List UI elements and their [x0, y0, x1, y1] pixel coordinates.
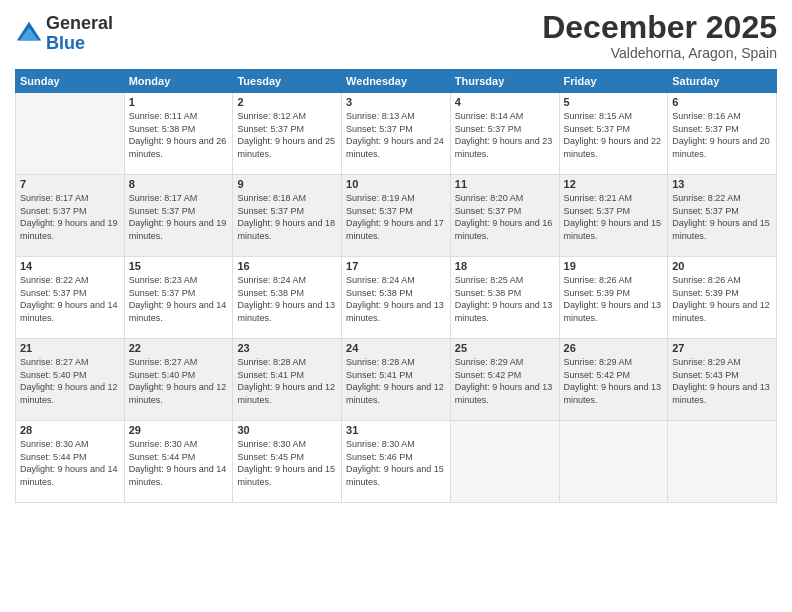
day-info: Sunrise: 8:28 AM Sunset: 5:41 PM Dayligh… — [346, 356, 446, 406]
table-row: 6Sunrise: 8:16 AM Sunset: 5:37 PM Daylig… — [668, 93, 777, 175]
day-number: 18 — [455, 260, 555, 272]
location: Valdehorna, Aragon, Spain — [542, 45, 777, 61]
day-number: 26 — [564, 342, 664, 354]
day-info: Sunrise: 8:22 AM Sunset: 5:37 PM Dayligh… — [20, 274, 120, 324]
day-number: 11 — [455, 178, 555, 190]
day-info: Sunrise: 8:22 AM Sunset: 5:37 PM Dayligh… — [672, 192, 772, 242]
day-number: 12 — [564, 178, 664, 190]
page-container: General Blue December 2025 Valdehorna, A… — [0, 0, 792, 612]
logo: General Blue — [15, 14, 113, 54]
month-year: December 2025 — [542, 10, 777, 45]
table-row — [450, 421, 559, 503]
day-number: 22 — [129, 342, 229, 354]
header-wednesday: Wednesday — [342, 70, 451, 93]
table-row — [559, 421, 668, 503]
table-row: 20Sunrise: 8:26 AM Sunset: 5:39 PM Dayli… — [668, 257, 777, 339]
day-info: Sunrise: 8:27 AM Sunset: 5:40 PM Dayligh… — [129, 356, 229, 406]
header-tuesday: Tuesday — [233, 70, 342, 93]
table-row: 3Sunrise: 8:13 AM Sunset: 5:37 PM Daylig… — [342, 93, 451, 175]
header-monday: Monday — [124, 70, 233, 93]
logo-icon — [15, 20, 43, 48]
calendar-week-row: 28Sunrise: 8:30 AM Sunset: 5:44 PM Dayli… — [16, 421, 777, 503]
day-info: Sunrise: 8:11 AM Sunset: 5:38 PM Dayligh… — [129, 110, 229, 160]
header-sunday: Sunday — [16, 70, 125, 93]
calendar-week-row: 14Sunrise: 8:22 AM Sunset: 5:37 PM Dayli… — [16, 257, 777, 339]
day-info: Sunrise: 8:16 AM Sunset: 5:37 PM Dayligh… — [672, 110, 772, 160]
header-thursday: Thursday — [450, 70, 559, 93]
table-row: 17Sunrise: 8:24 AM Sunset: 5:38 PM Dayli… — [342, 257, 451, 339]
header-saturday: Saturday — [668, 70, 777, 93]
day-number: 10 — [346, 178, 446, 190]
table-row: 13Sunrise: 8:22 AM Sunset: 5:37 PM Dayli… — [668, 175, 777, 257]
day-number: 23 — [237, 342, 337, 354]
calendar-table: Sunday Monday Tuesday Wednesday Thursday… — [15, 69, 777, 503]
day-number: 27 — [672, 342, 772, 354]
logo-text: General Blue — [46, 14, 113, 54]
table-row: 19Sunrise: 8:26 AM Sunset: 5:39 PM Dayli… — [559, 257, 668, 339]
table-row: 11Sunrise: 8:20 AM Sunset: 5:37 PM Dayli… — [450, 175, 559, 257]
day-number: 6 — [672, 96, 772, 108]
header-friday: Friday — [559, 70, 668, 93]
day-number: 5 — [564, 96, 664, 108]
table-row: 18Sunrise: 8:25 AM Sunset: 5:38 PM Dayli… — [450, 257, 559, 339]
day-number: 13 — [672, 178, 772, 190]
table-row: 12Sunrise: 8:21 AM Sunset: 5:37 PM Dayli… — [559, 175, 668, 257]
day-info: Sunrise: 8:29 AM Sunset: 5:42 PM Dayligh… — [455, 356, 555, 406]
day-info: Sunrise: 8:26 AM Sunset: 5:39 PM Dayligh… — [564, 274, 664, 324]
day-info: Sunrise: 8:14 AM Sunset: 5:37 PM Dayligh… — [455, 110, 555, 160]
day-number: 14 — [20, 260, 120, 272]
header: General Blue December 2025 Valdehorna, A… — [15, 10, 777, 61]
calendar-header-row: Sunday Monday Tuesday Wednesday Thursday… — [16, 70, 777, 93]
day-number: 30 — [237, 424, 337, 436]
table-row: 14Sunrise: 8:22 AM Sunset: 5:37 PM Dayli… — [16, 257, 125, 339]
day-info: Sunrise: 8:29 AM Sunset: 5:42 PM Dayligh… — [564, 356, 664, 406]
table-row: 26Sunrise: 8:29 AM Sunset: 5:42 PM Dayli… — [559, 339, 668, 421]
day-number: 28 — [20, 424, 120, 436]
day-info: Sunrise: 8:12 AM Sunset: 5:37 PM Dayligh… — [237, 110, 337, 160]
table-row: 28Sunrise: 8:30 AM Sunset: 5:44 PM Dayli… — [16, 421, 125, 503]
table-row — [668, 421, 777, 503]
day-info: Sunrise: 8:30 AM Sunset: 5:44 PM Dayligh… — [129, 438, 229, 488]
day-number: 15 — [129, 260, 229, 272]
day-number: 19 — [564, 260, 664, 272]
day-info: Sunrise: 8:21 AM Sunset: 5:37 PM Dayligh… — [564, 192, 664, 242]
day-number: 9 — [237, 178, 337, 190]
day-number: 25 — [455, 342, 555, 354]
table-row: 30Sunrise: 8:30 AM Sunset: 5:45 PM Dayli… — [233, 421, 342, 503]
day-info: Sunrise: 8:19 AM Sunset: 5:37 PM Dayligh… — [346, 192, 446, 242]
day-number: 24 — [346, 342, 446, 354]
table-row: 4Sunrise: 8:14 AM Sunset: 5:37 PM Daylig… — [450, 93, 559, 175]
day-info: Sunrise: 8:26 AM Sunset: 5:39 PM Dayligh… — [672, 274, 772, 324]
table-row: 24Sunrise: 8:28 AM Sunset: 5:41 PM Dayli… — [342, 339, 451, 421]
table-row: 15Sunrise: 8:23 AM Sunset: 5:37 PM Dayli… — [124, 257, 233, 339]
day-info: Sunrise: 8:17 AM Sunset: 5:37 PM Dayligh… — [20, 192, 120, 242]
day-info: Sunrise: 8:18 AM Sunset: 5:37 PM Dayligh… — [237, 192, 337, 242]
day-number: 31 — [346, 424, 446, 436]
table-row: 31Sunrise: 8:30 AM Sunset: 5:46 PM Dayli… — [342, 421, 451, 503]
day-info: Sunrise: 8:30 AM Sunset: 5:45 PM Dayligh… — [237, 438, 337, 488]
table-row: 7Sunrise: 8:17 AM Sunset: 5:37 PM Daylig… — [16, 175, 125, 257]
day-info: Sunrise: 8:24 AM Sunset: 5:38 PM Dayligh… — [346, 274, 446, 324]
day-info: Sunrise: 8:29 AM Sunset: 5:43 PM Dayligh… — [672, 356, 772, 406]
day-info: Sunrise: 8:17 AM Sunset: 5:37 PM Dayligh… — [129, 192, 229, 242]
table-row: 25Sunrise: 8:29 AM Sunset: 5:42 PM Dayli… — [450, 339, 559, 421]
day-number: 21 — [20, 342, 120, 354]
calendar-week-row: 7Sunrise: 8:17 AM Sunset: 5:37 PM Daylig… — [16, 175, 777, 257]
table-row: 9Sunrise: 8:18 AM Sunset: 5:37 PM Daylig… — [233, 175, 342, 257]
table-row: 2Sunrise: 8:12 AM Sunset: 5:37 PM Daylig… — [233, 93, 342, 175]
table-row: 8Sunrise: 8:17 AM Sunset: 5:37 PM Daylig… — [124, 175, 233, 257]
table-row: 10Sunrise: 8:19 AM Sunset: 5:37 PM Dayli… — [342, 175, 451, 257]
day-info: Sunrise: 8:15 AM Sunset: 5:37 PM Dayligh… — [564, 110, 664, 160]
day-number: 3 — [346, 96, 446, 108]
title-area: December 2025 Valdehorna, Aragon, Spain — [542, 10, 777, 61]
day-info: Sunrise: 8:24 AM Sunset: 5:38 PM Dayligh… — [237, 274, 337, 324]
day-info: Sunrise: 8:30 AM Sunset: 5:44 PM Dayligh… — [20, 438, 120, 488]
table-row: 16Sunrise: 8:24 AM Sunset: 5:38 PM Dayli… — [233, 257, 342, 339]
day-info: Sunrise: 8:27 AM Sunset: 5:40 PM Dayligh… — [20, 356, 120, 406]
day-info: Sunrise: 8:25 AM Sunset: 5:38 PM Dayligh… — [455, 274, 555, 324]
table-row: 29Sunrise: 8:30 AM Sunset: 5:44 PM Dayli… — [124, 421, 233, 503]
table-row: 1Sunrise: 8:11 AM Sunset: 5:38 PM Daylig… — [124, 93, 233, 175]
calendar-week-row: 1Sunrise: 8:11 AM Sunset: 5:38 PM Daylig… — [16, 93, 777, 175]
day-number: 16 — [237, 260, 337, 272]
day-number: 7 — [20, 178, 120, 190]
